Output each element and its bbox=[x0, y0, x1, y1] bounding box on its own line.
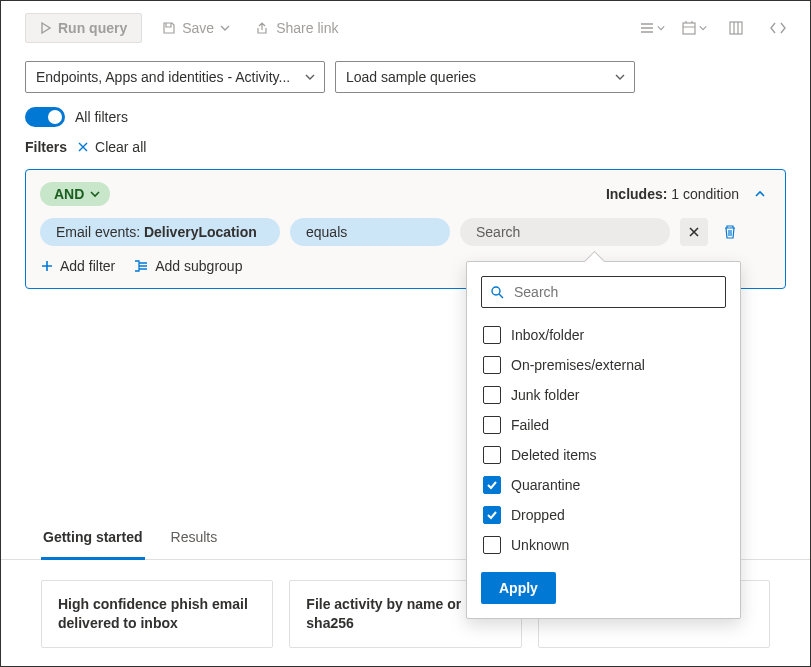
popup-option[interactable]: Inbox/folder bbox=[481, 320, 726, 350]
checkbox[interactable] bbox=[483, 386, 501, 404]
property-prefix: Email events: bbox=[56, 224, 140, 240]
add-subgroup-label: Add subgroup bbox=[155, 258, 242, 274]
clear-all-button[interactable]: Clear all bbox=[77, 139, 146, 155]
share-link-label: Share link bbox=[276, 20, 338, 36]
option-label: Junk folder bbox=[511, 387, 579, 403]
checkbox[interactable] bbox=[483, 536, 501, 554]
all-filters-row: All filters bbox=[1, 97, 810, 133]
run-query-button[interactable]: Run query bbox=[25, 13, 142, 43]
top-toolbar: Run query Save Share link bbox=[1, 1, 810, 51]
option-label: Unknown bbox=[511, 537, 569, 553]
checkbox[interactable] bbox=[483, 326, 501, 344]
clear-all-label: Clear all bbox=[95, 139, 146, 155]
play-icon bbox=[40, 22, 52, 34]
option-label: Quarantine bbox=[511, 477, 580, 493]
option-label: Deleted items bbox=[511, 447, 597, 463]
tab-label: Results bbox=[171, 529, 218, 545]
scope-selectors: Endpoints, Apps and identities - Activit… bbox=[1, 51, 810, 97]
includes-summary: Includes: 1 condition bbox=[606, 186, 739, 202]
apply-button[interactable]: Apply bbox=[481, 572, 556, 604]
save-button[interactable]: Save bbox=[156, 16, 236, 40]
logic-operator-pill[interactable]: AND bbox=[40, 182, 110, 206]
add-subgroup-button[interactable]: Add subgroup bbox=[133, 258, 242, 274]
includes-count: 1 condition bbox=[671, 186, 739, 202]
tile-title: High confidence phish email delivered to… bbox=[58, 596, 248, 631]
collapse-group-button[interactable] bbox=[749, 183, 771, 205]
query-tile[interactable]: High confidence phish email delivered to… bbox=[41, 580, 273, 648]
value-picker-popup: Inbox/folderOn-premises/externalJunk fol… bbox=[466, 261, 741, 619]
all-filters-toggle[interactable] bbox=[25, 107, 65, 127]
property-pill[interactable]: Email events: DeliveryLocation bbox=[40, 218, 280, 246]
list-view-button[interactable] bbox=[638, 14, 666, 42]
sample-queries-dropdown[interactable]: Load sample queries bbox=[335, 61, 635, 93]
scope-dropdown-label: Endpoints, Apps and identities - Activit… bbox=[36, 69, 290, 85]
condition-row: Email events: DeliveryLocation equals Se… bbox=[40, 218, 771, 246]
apply-label: Apply bbox=[499, 580, 538, 596]
checkbox[interactable] bbox=[483, 476, 501, 494]
delete-condition-button[interactable] bbox=[718, 220, 742, 244]
tab-getting-started[interactable]: Getting started bbox=[41, 519, 145, 560]
chevron-down-icon bbox=[304, 71, 316, 83]
popup-search-input[interactable] bbox=[512, 283, 717, 301]
calendar-button[interactable] bbox=[680, 14, 708, 42]
tile-title: File activity by name or sha256 bbox=[306, 596, 461, 631]
save-label: Save bbox=[182, 20, 214, 36]
save-icon bbox=[162, 21, 176, 35]
columns-button[interactable] bbox=[722, 14, 750, 42]
share-link-button[interactable]: Share link bbox=[250, 16, 344, 40]
filters-header: Filters Clear all bbox=[1, 133, 810, 165]
share-icon bbox=[256, 21, 270, 35]
property-field: DeliveryLocation bbox=[144, 224, 257, 240]
chevron-down-icon bbox=[220, 23, 230, 33]
checkbox[interactable] bbox=[483, 416, 501, 434]
clear-value-button[interactable] bbox=[680, 218, 708, 246]
sample-queries-label: Load sample queries bbox=[346, 69, 476, 85]
operator-pill[interactable]: equals bbox=[290, 218, 450, 246]
add-filter-button[interactable]: Add filter bbox=[40, 258, 115, 274]
checkbox[interactable] bbox=[483, 446, 501, 464]
filter-group-header: AND Includes: 1 condition bbox=[40, 182, 771, 206]
popup-option[interactable]: On-premises/external bbox=[481, 350, 726, 380]
chevron-down-icon bbox=[614, 71, 626, 83]
includes-prefix: Includes: bbox=[606, 186, 667, 202]
svg-point-2 bbox=[492, 287, 500, 295]
checkbox[interactable] bbox=[483, 506, 501, 524]
svg-rect-0 bbox=[683, 23, 695, 34]
option-label: Inbox/folder bbox=[511, 327, 584, 343]
popup-option[interactable]: Failed bbox=[481, 410, 726, 440]
option-label: Dropped bbox=[511, 507, 565, 523]
popup-option[interactable]: Junk folder bbox=[481, 380, 726, 410]
value-placeholder: Search bbox=[476, 224, 520, 240]
popup-option[interactable]: Dropped bbox=[481, 500, 726, 530]
all-filters-label: All filters bbox=[75, 109, 128, 125]
subgroup-icon bbox=[133, 259, 149, 273]
tab-results[interactable]: Results bbox=[169, 519, 220, 559]
scope-dropdown[interactable]: Endpoints, Apps and identities - Activit… bbox=[25, 61, 325, 93]
operator-label: equals bbox=[306, 224, 347, 240]
chevron-down-icon bbox=[90, 189, 100, 199]
option-label: On-premises/external bbox=[511, 357, 645, 373]
logic-operator-label: AND bbox=[54, 186, 84, 202]
popup-option[interactable]: Unknown bbox=[481, 530, 726, 560]
run-query-label: Run query bbox=[58, 20, 127, 36]
code-view-button[interactable] bbox=[764, 14, 792, 42]
checkbox[interactable] bbox=[483, 356, 501, 374]
close-icon bbox=[77, 141, 89, 153]
popup-search-box[interactable] bbox=[481, 276, 726, 308]
search-icon bbox=[490, 285, 504, 299]
popup-option[interactable]: Deleted items bbox=[481, 440, 726, 470]
add-filter-label: Add filter bbox=[60, 258, 115, 274]
filters-label: Filters bbox=[25, 139, 67, 155]
value-pill[interactable]: Search bbox=[460, 218, 670, 246]
svg-rect-1 bbox=[730, 22, 742, 34]
tab-label: Getting started bbox=[43, 529, 143, 545]
plus-icon bbox=[40, 259, 54, 273]
option-label: Failed bbox=[511, 417, 549, 433]
popup-option[interactable]: Quarantine bbox=[481, 470, 726, 500]
